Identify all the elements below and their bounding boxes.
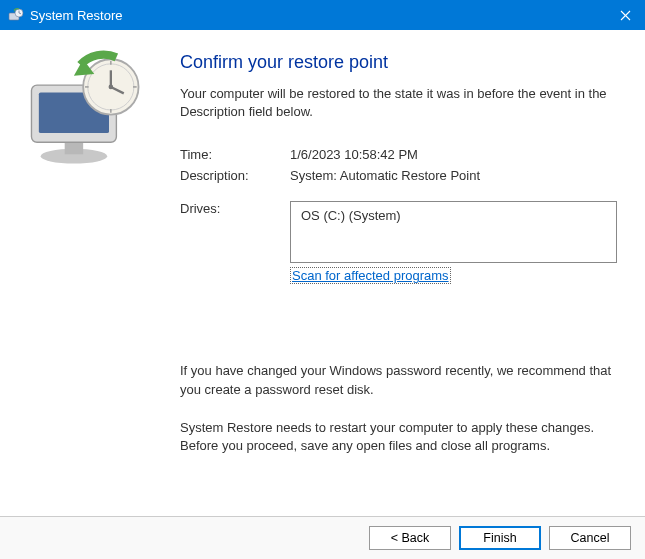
drives-label: Drives: [180, 201, 290, 263]
back-button[interactable]: < Back [369, 526, 451, 550]
description-label: Description: [180, 168, 290, 183]
left-pane [0, 30, 170, 516]
time-label: Time: [180, 147, 290, 162]
cancel-button[interactable]: Cancel [549, 526, 631, 550]
description-row: Description: System: Automatic Restore P… [180, 168, 617, 183]
svg-point-12 [109, 85, 114, 90]
right-pane: Confirm your restore point Your computer… [170, 30, 645, 516]
password-note: If you have changed your Windows passwor… [180, 362, 617, 398]
titlebar-left: System Restore [8, 7, 122, 23]
restore-graphic-icon [20, 50, 150, 170]
time-value: 1/6/2023 10:58:42 PM [290, 147, 617, 162]
scan-affected-programs-link[interactable]: Scan for affected programs [290, 267, 451, 284]
window-title: System Restore [30, 8, 122, 23]
wizard-footer: < Back Finish Cancel [0, 516, 645, 559]
description-value: System: Automatic Restore Point [290, 168, 617, 183]
finish-button[interactable]: Finish [459, 526, 541, 550]
system-restore-icon [8, 7, 24, 23]
close-button[interactable] [605, 0, 645, 30]
drives-row: Drives: OS (C:) (System) [180, 201, 617, 263]
page-heading: Confirm your restore point [180, 52, 617, 73]
time-row: Time: 1/6/2023 10:58:42 PM [180, 147, 617, 162]
titlebar: System Restore [0, 0, 645, 30]
drives-value: OS (C:) (System) [301, 208, 401, 223]
page-subheading: Your computer will be restored to the st… [180, 85, 617, 121]
content-area: Confirm your restore point Your computer… [0, 30, 645, 516]
restart-note: System Restore needs to restart your com… [180, 419, 617, 455]
drives-list: OS (C:) (System) [290, 201, 617, 263]
